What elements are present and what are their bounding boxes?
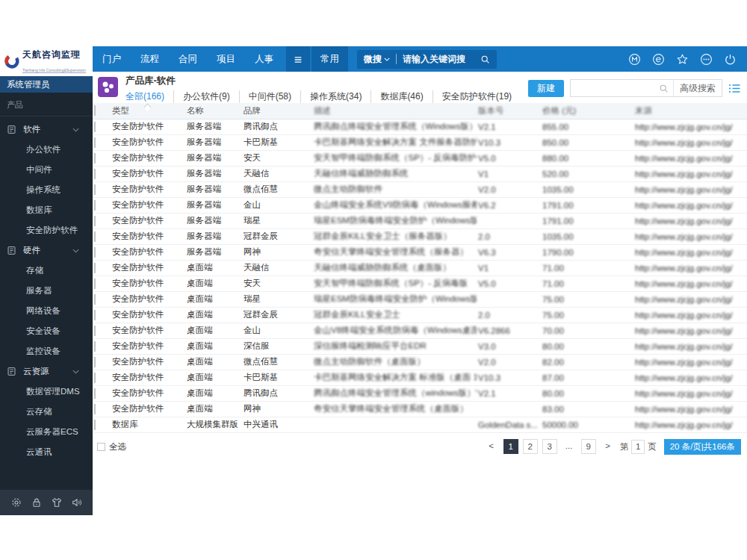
sidebar-item-服务器[interactable]: 服务器 <box>0 281 93 301</box>
sidebar-item-数据库[interactable]: 数据库 <box>0 200 93 220</box>
sidebar-group-软件[interactable]: 软件 <box>0 119 93 140</box>
sidebar-item-数据管理DMS[interactable]: 数据管理DMS <box>0 382 93 402</box>
row-checkbox[interactable] <box>94 294 96 305</box>
sidebar-item-云服务器ECS[interactable]: 云服务器ECS <box>0 422 93 442</box>
create-button[interactable]: 新建 <box>528 80 564 97</box>
menu-toggle-button[interactable] <box>286 46 310 72</box>
source-link[interactable]: http://www.zjcjg.gov.cn/jg/ <box>633 401 747 417</box>
source-link[interactable]: http://www.zjcjg.gov.cn/jg/ <box>633 354 747 370</box>
row-checkbox[interactable] <box>94 263 96 273</box>
next-page-button[interactable]: > <box>601 439 616 454</box>
row-checkbox[interactable] <box>94 200 96 211</box>
keyword-search-input[interactable] <box>403 54 480 64</box>
sidebar-item-云存储[interactable]: 云存储 <box>0 402 93 422</box>
row-checkbox[interactable] <box>94 169 96 179</box>
sidebar-item-中间件[interactable]: 中间件 <box>0 160 93 180</box>
source-link[interactable]: http://www.zjcjg.gov.cn/jg/ <box>633 307 747 323</box>
star-icon[interactable] <box>676 53 689 66</box>
source-link[interactable]: http://www.zjcjg.gov.cn/jg/ <box>633 213 747 228</box>
row-checkbox[interactable] <box>94 122 96 132</box>
tab-中间件(58)[interactable]: 中间件(58) <box>239 90 300 103</box>
row-checkbox[interactable] <box>94 420 96 430</box>
m-badge-icon[interactable] <box>628 53 641 66</box>
row-checkbox[interactable] <box>94 137 96 148</box>
sidebar-item-办公软件[interactable]: 办公软件 <box>0 140 93 160</box>
sidebar-group-云资源[interactable]: 云资源 <box>0 361 93 382</box>
source-link[interactable]: http://www.zjcjg.gov.cn/jg/ <box>633 197 747 213</box>
tab-操作系统(34)[interactable]: 操作系统(34) <box>300 90 371 103</box>
row-checkbox[interactable] <box>94 216 96 226</box>
theme-icon[interactable] <box>51 497 63 508</box>
tab-安全防护软件(19)[interactable]: 安全防护软件(19) <box>433 90 521 103</box>
row-checkbox[interactable] <box>94 341 96 352</box>
source-link[interactable]: http://www.zjcjg.gov.cn/jg/ <box>633 417 747 432</box>
source-link[interactable]: http://www.zjcjg.gov.cn/jg/ <box>633 385 747 401</box>
sidebar-group-硬件[interactable]: 硬件 <box>0 240 93 261</box>
advanced-search-button[interactable]: 高级搜索 <box>673 80 722 96</box>
row-checkbox[interactable] <box>94 231 96 242</box>
row-checkbox[interactable] <box>94 279 96 289</box>
source-link[interactable]: http://www.zjcjg.gov.cn/jg/ <box>633 166 747 181</box>
search-icon[interactable] <box>480 55 490 64</box>
nav-item-流程[interactable]: 流程 <box>131 46 169 72</box>
row-checkbox[interactable] <box>94 388 96 399</box>
source-link[interactable]: http://www.zjcjg.gov.cn/jg/ <box>633 370 747 385</box>
sidebar-item-监控设备[interactable]: 监控设备 <box>0 341 93 361</box>
source-link[interactable]: http://www.zjcjg.gov.cn/jg/ <box>633 323 747 338</box>
table-row: 安全防护软件桌面端冠群金辰冠群金辰KILL安全卫士2.075.00http://… <box>93 307 747 323</box>
source-link[interactable]: http://www.zjcjg.gov.cn/jg/ <box>633 228 747 244</box>
search-icon[interactable] <box>659 84 669 93</box>
nav-item-项目[interactable]: 项目 <box>207 46 245 72</box>
page-button-2[interactable]: 2 <box>523 439 538 454</box>
row-checkbox[interactable] <box>94 247 96 258</box>
page-button-9[interactable]: 9 <box>581 439 596 454</box>
source-link[interactable]: http://www.zjcjg.gov.cn/jg/ <box>633 119 747 134</box>
cell-type: 安全防护软件 <box>111 260 185 276</box>
lock-icon[interactable] <box>31 497 43 508</box>
row-checkbox[interactable] <box>94 184 96 195</box>
tab-数据库(46)[interactable]: 数据库(46) <box>371 90 432 103</box>
tab-办公软件(9)[interactable]: 办公软件(9) <box>173 90 239 103</box>
nav-item-人事[interactable]: 人事 <box>245 46 283 72</box>
header-checkbox[interactable] <box>94 105 96 116</box>
source-link[interactable]: http://www.zjcjg.gov.cn/jg/ <box>633 244 747 260</box>
chevron-down-icon <box>72 249 79 253</box>
sidebar-item-安全设备[interactable]: 安全设备 <box>0 321 93 341</box>
row-checkbox[interactable] <box>94 357 96 367</box>
source-link[interactable]: http://www.zjcjg.gov.cn/jg/ <box>633 150 747 166</box>
nav-item-门户[interactable]: 门户 <box>93 46 131 72</box>
source-link[interactable]: http://www.zjcjg.gov.cn/jg/ <box>633 338 747 354</box>
row-checkbox[interactable] <box>94 310 96 320</box>
tab-全部(166)[interactable]: 全部(166) <box>125 90 173 103</box>
source-link[interactable]: http://www.zjcjg.gov.cn/jg/ <box>633 291 747 307</box>
row-checkbox[interactable] <box>94 153 96 164</box>
sidebar-item-操作系统[interactable]: 操作系统 <box>0 180 93 200</box>
row-checkbox[interactable] <box>94 326 96 336</box>
page-button-3[interactable]: 3 <box>542 439 557 454</box>
feedback-icon[interactable] <box>652 53 665 66</box>
source-link[interactable]: http://www.zjcjg.gov.cn/jg/ <box>633 276 747 291</box>
sidebar-item-网络设备[interactable]: 网络设备 <box>0 301 93 321</box>
page-button-1[interactable]: 1 <box>503 439 518 454</box>
table-search-input[interactable] <box>571 80 659 96</box>
search-scope-dropdown[interactable]: 微搜 <box>364 53 390 66</box>
select-all-checkbox[interactable] <box>97 443 105 451</box>
settings-icon[interactable] <box>10 497 22 508</box>
list-view-icon[interactable] <box>728 83 741 94</box>
sidebar-item-安全防护软件[interactable]: 安全防护软件 <box>0 220 93 240</box>
row-checkbox[interactable] <box>94 404 96 414</box>
pinned-tab[interactable]: 常用 <box>311 46 348 72</box>
nav-item-合同[interactable]: 合同 <box>169 46 207 72</box>
source-link[interactable]: http://www.zjcjg.gov.cn/jg/ <box>633 260 747 276</box>
source-link[interactable]: http://www.zjcjg.gov.cn/jg/ <box>633 181 747 197</box>
source-link[interactable]: http://www.zjcjg.gov.cn/jg/ <box>633 134 747 150</box>
more-icon[interactable] <box>700 53 713 66</box>
power-icon[interactable] <box>724 53 737 66</box>
page-jump-input[interactable]: 1 <box>631 440 645 454</box>
sidebar-item-云通讯[interactable]: 云通讯 <box>0 442 93 462</box>
prev-page-button[interactable]: < <box>484 439 499 454</box>
sidebar-item-存储[interactable]: 存储 <box>0 261 93 281</box>
row-checkbox[interactable] <box>94 373 96 383</box>
sound-icon[interactable] <box>71 497 83 508</box>
page-size-badge[interactable]: 20 条/页|共166条 <box>664 439 741 455</box>
